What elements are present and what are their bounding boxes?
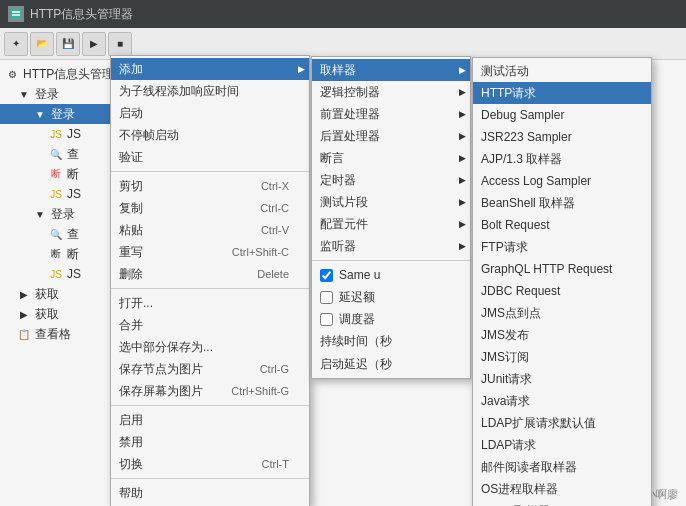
submenu-l2-sep — [312, 260, 470, 261]
menu-item-jsr223-sampler[interactable]: JSR223 Sampler — [473, 126, 651, 148]
menu-item-smtp-sampler[interactable]: SMTP取样器 — [473, 500, 651, 506]
lookup-icon: 📋 — [16, 326, 32, 342]
menu-item-bolt-request[interactable]: Bolt Request — [473, 214, 651, 236]
menu-item-logic-controller[interactable]: 逻辑控制器 — [312, 81, 470, 103]
tree-item-login-sub-label: 登录 — [51, 106, 75, 123]
menu-item-bolt-request-label: Bolt Request — [481, 218, 550, 232]
menu-item-java-request-label: Java请求 — [481, 393, 530, 410]
menu-item-disable[interactable]: 禁用 — [111, 431, 309, 453]
menu-item-add-response-time[interactable]: 为子线程添加响应时间 — [111, 80, 309, 102]
tree-item-js2-label: JS — [67, 187, 81, 201]
menu-item-cut-shortcut: Ctrl-X — [241, 180, 289, 192]
toolbar-run[interactable]: ▶ — [82, 32, 106, 56]
menu-item-rewrite[interactable]: 重写 Ctrl+Shift-C — [111, 241, 309, 263]
menu-item-beanshell-sampler[interactable]: BeanShell 取样器 — [473, 192, 651, 214]
menu-item-add[interactable]: 添加 — [111, 58, 309, 80]
menu-item-http-request[interactable]: HTTP请求 — [473, 82, 651, 104]
separator-1 — [111, 171, 309, 172]
menu-item-jdbc-request[interactable]: JDBC Request — [473, 280, 651, 302]
menu-item-os-sampler[interactable]: OS进程取样器 — [473, 478, 651, 500]
menu-item-beanshell-sampler-label: BeanShell 取样器 — [481, 195, 575, 212]
submenu-l2: 取样器 逻辑控制器 前置处理器 后置处理器 断言 定时器 测试片段 配置元件 监… — [311, 56, 471, 379]
menu-item-rewrite-shortcut: Ctrl+Shift-C — [212, 246, 289, 258]
menu-item-save-node-shortcut: Ctrl-G — [240, 363, 289, 375]
menu-item-save-screen-img[interactable]: 保存屏幕为图片 Ctrl+Shift-G — [111, 380, 309, 402]
menu-item-ldap-request[interactable]: LDAP请求 — [473, 434, 651, 456]
query-icon-1: 🔍 — [48, 146, 64, 162]
toolbar-new[interactable]: ✦ — [4, 32, 28, 56]
menu-item-no-stop-start[interactable]: 不停帧启动 — [111, 124, 309, 146]
checkbox-adjuster: 调度器 — [312, 308, 470, 330]
menu-item-open-label: 打开... — [119, 295, 153, 312]
menu-item-add-label: 添加 — [119, 61, 143, 78]
menu-item-save-node-img[interactable]: 保存节点为图片 Ctrl-G — [111, 358, 309, 380]
tree-item-login-label: 登录 — [35, 86, 59, 103]
menu-item-post-processor[interactable]: 后置处理器 — [312, 125, 470, 147]
menu-item-copy[interactable]: 复制 Ctrl-C — [111, 197, 309, 219]
menu-item-ftp-request[interactable]: FTP请求 — [473, 236, 651, 258]
menu-item-save-selected-label: 选中部分保存为... — [119, 339, 213, 356]
menu-item-test-fragment[interactable]: 测试片段 — [312, 191, 470, 213]
folder-icon-2: ▼ — [32, 106, 48, 122]
menu-item-paste-label: 粘贴 — [119, 222, 143, 239]
menu-item-paste[interactable]: 粘贴 Ctrl-V — [111, 219, 309, 241]
menu-item-merge[interactable]: 合并 — [111, 314, 309, 336]
menu-item-enable[interactable]: 启用 — [111, 409, 309, 431]
menu-item-jms-subscribe[interactable]: JMS订阅 — [473, 346, 651, 368]
menu-item-paste-shortcut: Ctrl-V — [241, 224, 289, 236]
menu-item-timer[interactable]: 定时器 — [312, 169, 470, 191]
menu-item-sampler[interactable]: 取样器 — [312, 59, 470, 81]
toolbar-open[interactable]: 📂 — [30, 32, 54, 56]
menu-item-mail-reader[interactable]: 邮件阅读者取样器 — [473, 456, 651, 478]
menu-item-junit-request[interactable]: JUnit请求 — [473, 368, 651, 390]
toolbar-save[interactable]: 💾 — [56, 32, 80, 56]
menu-item-os-sampler-label: OS进程取样器 — [481, 481, 558, 498]
menu-item-java-request[interactable]: Java请求 — [473, 390, 651, 412]
menu-item-ldap-extended[interactable]: LDAP扩展请求默认值 — [473, 412, 651, 434]
menu-item-start[interactable]: 启动 — [111, 102, 309, 124]
menu-item-verify-label: 验证 — [119, 149, 143, 166]
menu-item-pre-processor-label: 前置处理器 — [320, 106, 380, 123]
start-delay-label: 启动延迟（秒 — [312, 353, 470, 376]
menu-item-toggle[interactable]: 切换 Ctrl-T — [111, 453, 309, 475]
menu-item-pre-processor[interactable]: 前置处理器 — [312, 103, 470, 125]
assert-icon-2: 断 — [48, 246, 64, 262]
tree-item-fetch1-label: 获取 — [35, 286, 59, 303]
tree-item-js3-label: JS — [67, 267, 81, 281]
menu-item-jms-publish-label: JMS发布 — [481, 327, 529, 344]
menu-item-jms-point[interactable]: JMS点到点 — [473, 302, 651, 324]
menu-item-listener[interactable]: 监听器 — [312, 235, 470, 257]
menu-item-add-response-time-label: 为子线程添加响应时间 — [119, 83, 239, 100]
menu-item-copy-label: 复制 — [119, 200, 143, 217]
menu-item-ajp13[interactable]: AJP/1.3 取样器 — [473, 148, 651, 170]
menu-item-graphql-request-label: GraphQL HTTP Request — [481, 262, 612, 276]
checkbox-same-user-input[interactable] — [320, 269, 333, 282]
menu-item-cut[interactable]: 剪切 Ctrl-X — [111, 175, 309, 197]
checkbox-delay-input[interactable] — [320, 291, 333, 304]
menu-item-debug-sampler[interactable]: Debug Sampler — [473, 104, 651, 126]
menu-item-delete-label: 删除 — [119, 266, 143, 283]
menu-item-jms-subscribe-label: JMS订阅 — [481, 349, 529, 366]
menu-item-help[interactable]: 帮助 — [111, 482, 309, 504]
tree-item-assert2-label: 断 — [67, 246, 79, 263]
menu-item-assertion[interactable]: 断言 — [312, 147, 470, 169]
menu-item-timer-label: 定时器 — [320, 172, 356, 189]
menu-item-copy-shortcut: Ctrl-C — [240, 202, 289, 214]
menu-item-verify[interactable]: 验证 — [111, 146, 309, 168]
menu-item-open[interactable]: 打开... — [111, 292, 309, 314]
menu-item-save-selected[interactable]: 选中部分保存为... — [111, 336, 309, 358]
menu-item-jms-publish[interactable]: JMS发布 — [473, 324, 651, 346]
menu-item-config-element[interactable]: 配置元件 — [312, 213, 470, 235]
menu-item-test-activity[interactable]: 测试活动 — [473, 60, 651, 82]
menu-item-access-log-sampler[interactable]: Access Log Sampler — [473, 170, 651, 192]
menu-item-config-element-label: 配置元件 — [320, 216, 368, 233]
fetch-icon-1: ▶ — [16, 286, 32, 302]
menu-item-delete[interactable]: 删除 Delete — [111, 263, 309, 285]
checkbox-adjuster-input[interactable] — [320, 313, 333, 326]
checkbox-delay-label: 延迟额 — [339, 289, 375, 306]
menu-item-jsr223-sampler-label: JSR223 Sampler — [481, 130, 572, 144]
tree-item-js1-label: JS — [67, 127, 81, 141]
assert-icon-1: 断 — [48, 166, 64, 182]
toolbar-stop[interactable]: ■ — [108, 32, 132, 56]
menu-item-graphql-request[interactable]: GraphQL HTTP Request — [473, 258, 651, 280]
